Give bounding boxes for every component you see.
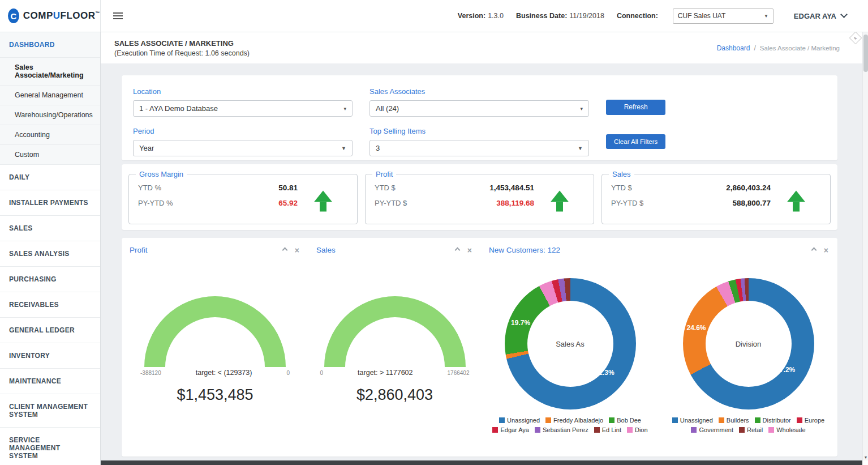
panel-title: Profit: [130, 246, 148, 254]
panel-header: Sales ×: [308, 238, 481, 254]
kpi-profit: Profit YTD $ 1,453,484.51 PY-YTD $ 388,1…: [365, 170, 594, 224]
legend-item-government[interactable]: Government: [691, 426, 733, 433]
legend-item-unassigned[interactable]: Unassigned: [672, 417, 713, 424]
sales-associates-select[interactable]: All (24) ▾: [369, 100, 589, 117]
sidebar-item-purchasing[interactable]: PURCHASING: [0, 267, 100, 292]
legend-item-builders[interactable]: Builders: [719, 417, 749, 424]
legend-item-unassigned[interactable]: Unassigned: [499, 417, 540, 424]
collapse-panel-icon[interactable]: [454, 248, 460, 253]
close-panel-icon[interactable]: ×: [824, 248, 828, 253]
profit-gauge-panel: Profit × -388120 target: < (129373) 0 $1…: [122, 238, 308, 457]
gauge-value: $1,453,485: [122, 386, 308, 404]
sidebar-item-warehousing-operations[interactable]: Warehousing/Operations: [0, 105, 100, 125]
scroll-down-arrow-icon[interactable]: ▼: [863, 455, 868, 459]
sidebar-item-client-management-system[interactable]: CLIENT MANAGEMENT SYSTEM: [0, 394, 100, 428]
legend-item-europe[interactable]: Europe: [797, 417, 824, 424]
legend-item-distributor[interactable]: Distributor: [755, 417, 791, 424]
gauge-arc: [144, 296, 286, 367]
horizontal-scrollbar[interactable]: [101, 460, 862, 465]
legend-item-ed-lint[interactable]: Ed Lint: [594, 426, 621, 433]
sidebar-item-sales[interactable]: SALES: [0, 216, 100, 241]
filter-buttons: Refresh Clear All Filters: [606, 87, 665, 149]
panel-header: New Customers: 122 ×: [481, 238, 837, 254]
legend-item-dion[interactable]: Dion: [627, 426, 648, 433]
legend-swatch: [691, 427, 697, 433]
collapse-panel-icon[interactable]: [282, 248, 287, 253]
logo-icon: C: [8, 8, 19, 23]
collapse-corner-button[interactable]: «: [849, 32, 862, 44]
kpi-py-value: 388,119.68: [496, 199, 534, 207]
gauge-axis: 0 target: > 1177602 1766402: [320, 369, 470, 377]
legend-label: Ed Lint: [602, 426, 621, 433]
sidebar-item-installer-payments[interactable]: INSTALLER PAYMENTS: [0, 190, 100, 216]
panel-icons: ×: [812, 248, 828, 253]
sidebar-item-maintenance[interactable]: MAINTENANCE: [0, 369, 100, 394]
page-title-block: SALES ASSOCIATE / MARKETING (Execution T…: [114, 39, 250, 57]
breadcrumb-dashboard-link[interactable]: Dashboard: [717, 44, 750, 52]
user-menu[interactable]: EDGAR AYA: [794, 12, 846, 20]
legend-label: Retail: [747, 426, 763, 433]
sidebar-item-receivables[interactable]: RECEIVABLES: [0, 292, 100, 318]
kpi-ytd-label: YTD $: [375, 184, 396, 192]
clear-all-filters-button[interactable]: Clear All Filters: [606, 134, 665, 150]
legend-label: Bob Dee: [617, 417, 641, 424]
sidebar-item-custom[interactable]: Custom: [0, 145, 100, 165]
legend-label: Europe: [805, 417, 824, 424]
refresh-button[interactable]: Refresh: [606, 100, 665, 115]
panel-title: Sales: [316, 246, 336, 254]
sidebar-item-inventory[interactable]: INVENTORY: [0, 343, 100, 369]
sidebar-item-sales-analysis[interactable]: SALES ANALYSIS: [0, 241, 100, 267]
vertical-scrollbar-thumb[interactable]: [863, 35, 868, 72]
legend-item-bob-dee[interactable]: Bob Dee: [609, 417, 641, 424]
sidebar-group-general-ledger: GENERAL LEDGER: [0, 318, 100, 343]
kpi-py-value: 65.92: [278, 199, 298, 207]
sidebar-item-sales-associate-marketing[interactable]: Sales Associate/Marketing: [0, 58, 100, 86]
top-selling-items-select[interactable]: 3 ▼: [369, 140, 589, 156]
legend-item-sebastian-perez[interactable]: Sebastian Perez: [535, 426, 588, 433]
legend-swatch: [594, 427, 600, 433]
main-content: SALES ASSOCIATE / MARKETING (Execution T…: [101, 32, 862, 460]
sidebar-nav: DASHBOARDSales Associate/MarketingGenera…: [0, 32, 100, 465]
location-select[interactable]: 1 - AYA Demo Database ▾: [133, 100, 353, 117]
division-donut-chart: 24.6% 67.2% Division: [683, 278, 814, 409]
kpi-title: Sales: [609, 170, 634, 178]
kpi-gross-margin: Gross Margin YTD % 50.81 PY-YTD % 65.92: [128, 170, 358, 224]
period-value: Year: [139, 144, 154, 152]
business-date-value: 11/19/2018: [569, 12, 604, 20]
sidebar-item-daily[interactable]: DAILY: [0, 165, 100, 190]
legend-item-freddy-albaladejo[interactable]: Freddy Albaladejo: [545, 417, 603, 424]
gauge-max-label: 0: [286, 370, 290, 376]
filters-panel: Location 1 - AYA Demo Database ▾ Period …: [122, 75, 837, 160]
business-date-label: Business Date:: [516, 12, 567, 20]
close-panel-icon[interactable]: ×: [467, 248, 472, 253]
chevron-down-icon: ▼: [764, 14, 768, 19]
sidebar-item-dashboard[interactable]: DASHBOARD: [0, 32, 100, 58]
sidebar-item-accounting[interactable]: Accounting: [0, 125, 100, 145]
trend-up-arrow-icon: [314, 191, 332, 212]
legend-item-retail[interactable]: Retail: [739, 426, 763, 433]
kpi-py-label: PY-YTD %: [138, 199, 173, 207]
menu-toggle-button[interactable]: [105, 6, 130, 25]
trend-up-arrow-icon: [787, 191, 805, 212]
sidebar-item-general-ledger[interactable]: GENERAL LEDGER: [0, 318, 100, 343]
division-legend: UnassignedBuildersDistributorEuropeGover…: [664, 417, 833, 433]
sidebar-item-service-management-system[interactable]: SERVICE MANAGEMENT SYSTEM: [0, 428, 100, 465]
legend-item-wholesale[interactable]: Wholesale: [768, 426, 805, 433]
sidebar-group-installer-payments: INSTALLER PAYMENTS: [0, 190, 100, 216]
connection-label: Connection:: [617, 12, 660, 20]
connection-select[interactable]: CUF Sales UAT ▼: [673, 8, 774, 24]
collapse-panel-icon[interactable]: [811, 248, 817, 253]
sidebar-item-general-management[interactable]: General Management: [0, 86, 100, 105]
logo-text-prefix: COMP: [23, 10, 53, 21]
connection-value: CUF Sales UAT: [678, 12, 725, 20]
legend-item-edgar-aya[interactable]: Edgar Aya: [492, 426, 529, 433]
donut-center-label: Sales As: [505, 278, 636, 409]
vertical-scrollbar[interactable]: ▼: [862, 32, 868, 460]
legend-swatch: [719, 417, 724, 423]
donut-center-label: Division: [683, 278, 814, 409]
period-label: Period: [133, 127, 353, 135]
close-panel-icon[interactable]: ×: [295, 248, 299, 253]
sidebar-group-service-management-system: SERVICE MANAGEMENT SYSTEM: [0, 428, 100, 465]
sidebar-group-maintenance: MAINTENANCE: [0, 369, 100, 394]
period-select[interactable]: Year ▼: [133, 140, 353, 156]
